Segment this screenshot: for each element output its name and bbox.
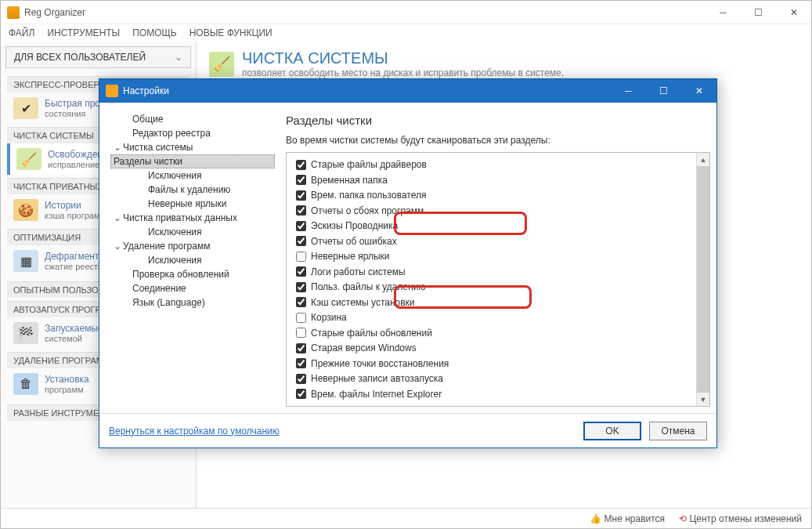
checkbox[interactable] xyxy=(296,175,306,185)
checklist-label: Старые файлы обновлений xyxy=(311,328,432,339)
expander-icon[interactable]: ⌄ xyxy=(114,212,123,223)
settings-tree: Общие Редактор реестра ⌄Чистка системы Р… xyxy=(99,103,280,413)
defrag-icon: ▦ xyxy=(13,250,38,272)
tree-sections[interactable]: Разделы чистки xyxy=(110,154,275,168)
app-title: Reg Organizer xyxy=(24,7,706,18)
checklist-label: Врем. файлы Internet Explorer xyxy=(311,389,442,400)
checklist-label: Старая версия Windows xyxy=(311,342,417,353)
checklist-item[interactable]: Кэш системы установки xyxy=(296,295,695,310)
tree-regedit[interactable]: Редактор реестра xyxy=(110,126,275,140)
tree-privacy[interactable]: ⌄Чистка приватных данных xyxy=(110,211,275,225)
thumbs-up-icon: 👍 xyxy=(590,513,601,524)
checklist-item[interactable]: Старые файлы драйверов xyxy=(296,158,695,172)
checklist-item[interactable]: Неверные записи автозапуска xyxy=(296,371,695,386)
tree-bad-shortcuts[interactable]: Неверные ярлыки xyxy=(110,197,275,211)
section-description: Во время чистки системы будут сканироват… xyxy=(286,135,710,146)
tree-general[interactable]: Общие xyxy=(110,112,275,126)
checkbox[interactable] xyxy=(296,374,306,384)
tree-uninstall[interactable]: ⌄Удаление программ xyxy=(110,239,275,253)
tree-updates[interactable]: Проверка обновлений xyxy=(110,267,275,281)
restore-defaults-link[interactable]: Вернуться к настройкам по умолчанию xyxy=(109,426,576,437)
broom-icon: 🧹 xyxy=(16,148,42,170)
menu-new[interactable]: НОВЫЕ ФУНКЦИИ xyxy=(189,27,272,38)
checklist-label: Временная папка xyxy=(311,175,388,186)
checklist-label: Польз. файлы к удалению xyxy=(311,281,426,292)
checklist-item[interactable]: Неверные ярлыки xyxy=(296,249,695,264)
menu-file[interactable]: ФАЙЛ xyxy=(9,27,34,38)
tree-sysclean[interactable]: ⌄Чистка системы xyxy=(110,140,275,154)
titlebar: Reg Organizer ─ ☐ ✕ xyxy=(1,1,811,24)
checklist-item[interactable]: Корзина xyxy=(296,310,695,325)
page-subtitle: позволяет освободить место на дисках и и… xyxy=(242,67,564,78)
checkbox[interactable] xyxy=(296,313,306,323)
tree-privacy-exclusions[interactable]: Исключения xyxy=(110,225,275,239)
checkbox[interactable] xyxy=(296,297,306,307)
checklist-container: Старые файлы драйверовВременная папкаВре… xyxy=(286,152,710,407)
checklist-label: Неверные записи автозапуска xyxy=(311,373,443,384)
menu-help[interactable]: ПОМОЩЬ xyxy=(132,27,176,38)
checklist-label: Кэш системы установки xyxy=(311,297,415,308)
checklist-item[interactable]: Польз. файлы к удалению xyxy=(296,280,695,295)
checkbox[interactable] xyxy=(296,190,306,201)
maximize-button[interactable]: ☐ xyxy=(741,1,776,24)
checkbox[interactable] xyxy=(296,221,306,231)
scrollbar[interactable]: ▲ ▼ xyxy=(696,153,709,406)
menubar: ФАЙЛ ИНСТРУМЕНТЫ ПОМОЩЬ НОВЫЕ ФУНКЦИИ xyxy=(1,24,811,42)
checkbox[interactable] xyxy=(296,252,306,262)
undo-center-button[interactable]: ⟲ Центр отмены изменений xyxy=(679,513,802,524)
page-header: 🧹 ЧИСТКА СИСТЕМЫ позволяет освободить ме… xyxy=(209,49,799,78)
dialog-minimize-button[interactable]: ─ xyxy=(611,79,646,103)
ok-button[interactable]: OK xyxy=(583,422,641,440)
like-button[interactable]: 👍 Мне нравится xyxy=(590,513,665,524)
checkbox[interactable] xyxy=(296,266,306,277)
menu-tools[interactable]: ИНСТРУМЕНТЫ xyxy=(47,27,120,38)
expander-icon[interactable]: ⌄ xyxy=(114,142,123,153)
undo-icon: ⟲ xyxy=(679,513,687,524)
checkbox[interactable] xyxy=(296,328,306,338)
checkbox[interactable] xyxy=(296,205,306,216)
cookie-icon: 🍪 xyxy=(13,199,38,221)
dialog-footer: Вернуться к настройкам по умолчанию OK О… xyxy=(99,413,716,447)
dialog-body: Общие Редактор реестра ⌄Чистка системы Р… xyxy=(99,103,716,413)
dialog-close-button[interactable]: ✕ xyxy=(681,79,716,103)
checklist-item[interactable]: Старая версия Windows xyxy=(296,341,695,356)
checkbox[interactable] xyxy=(296,358,306,368)
checklist-item[interactable]: Отчеты об ошибках xyxy=(296,234,695,249)
checklist-item[interactable]: Временная папка xyxy=(296,173,695,188)
tree-uninstall-exclusions[interactable]: Исключения xyxy=(110,253,275,267)
tree-files-delete[interactable]: Файлы к удалению xyxy=(110,183,275,197)
checklist-label: Эскизы Проводника xyxy=(311,220,398,231)
scroll-thumb[interactable] xyxy=(697,166,709,393)
checklist-item[interactable]: Врем. файлы Internet Explorer xyxy=(296,387,695,402)
close-button[interactable]: ✕ xyxy=(776,1,811,24)
tree-language[interactable]: Язык (Language) xyxy=(110,295,275,310)
checklist-item[interactable]: Врем. папка пользователя xyxy=(296,188,695,203)
checkbox[interactable] xyxy=(296,389,306,399)
scroll-up-button[interactable]: ▲ xyxy=(697,153,709,166)
minimize-button[interactable]: ─ xyxy=(706,1,741,24)
checklist-item[interactable]: Старые файлы обновлений xyxy=(296,326,695,341)
checkbox[interactable] xyxy=(296,236,306,246)
checklist-item[interactable]: Логи работы системы xyxy=(296,265,695,280)
checklist-item[interactable]: Отчеты о сбоях программ xyxy=(296,204,695,219)
checklist-label: Отчеты о сбоях программ xyxy=(311,205,424,216)
checklist-label: Врем. папка пользователя xyxy=(311,190,426,201)
user-scope-label: ДЛЯ ВСЕХ ПОЛЬЗОВАТЕЛЕЙ xyxy=(14,52,146,63)
checklist-item[interactable]: Прежние точки восстановления xyxy=(296,357,695,371)
settings-dialog: Настройки ─ ☐ ✕ Общие Редактор реестра ⌄… xyxy=(99,78,717,448)
scroll-down-button[interactable]: ▼ xyxy=(697,393,709,406)
tree-connection[interactable]: Соединение xyxy=(110,281,275,295)
check-icon: ✔ xyxy=(13,97,38,119)
checkbox[interactable] xyxy=(296,160,306,170)
checkbox[interactable] xyxy=(296,343,306,353)
checkbox[interactable] xyxy=(296,282,306,292)
dialog-maximize-button[interactable]: ☐ xyxy=(646,79,681,103)
expander-icon[interactable]: ⌄ xyxy=(114,241,123,252)
tree-exclusions[interactable]: Исключения xyxy=(110,168,275,183)
user-scope-dropdown[interactable]: ДЛЯ ВСЕХ ПОЛЬЗОВАТЕЛЕЙ ⌄ xyxy=(5,46,191,68)
checklist: Старые файлы драйверовВременная папкаВре… xyxy=(296,158,695,401)
dialog-titlebar: Настройки ─ ☐ ✕ xyxy=(99,79,716,103)
dialog-right-panel: Разделы чистки Во время чистки системы б… xyxy=(280,103,716,413)
cancel-button[interactable]: Отмена xyxy=(649,422,707,440)
checklist-item[interactable]: Эскизы Проводника xyxy=(296,219,695,234)
